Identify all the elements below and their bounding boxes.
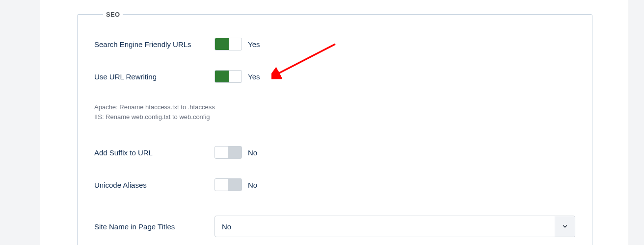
seo-fieldset: SEO Search Engine Friendly URLs Yes Use … [77,11,592,245]
help-line-apache: Apache: Rename htaccess.txt to .htaccess [94,102,575,112]
field-sitename: No [215,216,575,237]
toggle-unicode[interactable] [215,178,242,191]
toggle-sef-urls-text: Yes [248,40,260,49]
field-suffix: No [215,146,575,159]
field-url-rewriting: Yes [215,70,575,83]
select-sitename-value: No [215,216,555,237]
field-unicode: No [215,178,575,191]
toggle-suffix-text: No [248,148,257,157]
toggle-url-rewriting[interactable] [215,70,242,83]
toggle-unicode-text: No [248,181,257,189]
chevron-down-icon [555,216,575,237]
label-url-rewriting: Use URL Rewriting [94,73,215,81]
field-sef-urls: Yes [215,38,575,50]
row-url-rewriting: Use URL Rewriting Yes [94,70,575,83]
rewrite-help-text: Apache: Rename htaccess.txt to .htaccess… [94,102,575,122]
select-sitename[interactable]: No [215,216,575,237]
label-sitename: Site Name in Page Titles [94,222,215,231]
label-sef-urls: Search Engine Friendly URLs [94,40,215,49]
row-unicode: Unicode Aliases No [94,178,575,191]
section-title: SEO [103,11,123,18]
toggle-sef-urls[interactable] [215,38,242,50]
label-suffix: Add Suffix to URL [94,148,215,157]
toggle-url-rewriting-text: Yes [248,73,260,81]
label-unicode: Unicode Aliases [94,181,215,189]
help-line-iis: IIS: Rename web.config.txt to web.config [94,112,575,122]
row-sef-urls: Search Engine Friendly URLs Yes [94,38,575,50]
toggle-suffix[interactable] [215,146,242,159]
row-suffix: Add Suffix to URL No [94,146,575,159]
row-sitename: Site Name in Page Titles No [94,216,575,237]
